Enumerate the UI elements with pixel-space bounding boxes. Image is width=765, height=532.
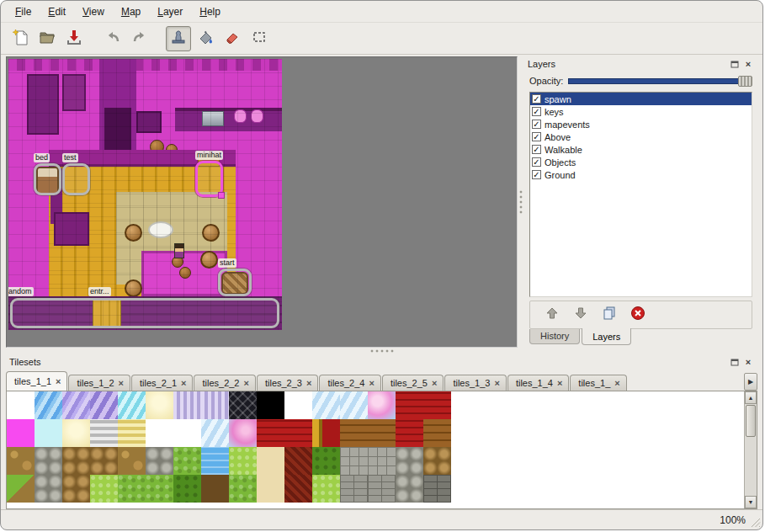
scrollbar-track[interactable] [745, 404, 757, 496]
tile-curtain[interactable] [423, 391, 451, 419]
horizontal-splitter[interactable] [1, 348, 762, 354]
fill-tool-button[interactable] [193, 26, 218, 51]
tile-blank[interactable] [284, 391, 312, 419]
stamp-tool-button[interactable] [166, 26, 191, 51]
close-tab-icon[interactable]: × [557, 379, 562, 387]
tile-grassl[interactable] [312, 475, 340, 503]
tile-sand[interactable] [257, 475, 284, 503]
tile-reddirt[interactable] [284, 475, 312, 503]
tile-stoneg[interactable] [35, 447, 62, 475]
tile-grass[interactable] [146, 475, 173, 503]
layer-row-Ground[interactable]: ✓Ground [530, 168, 752, 181]
menu-map[interactable]: Map [114, 3, 148, 20]
tileset-tab-tiles_2_1[interactable]: tiles_2_1× [131, 375, 193, 391]
map-object-test[interactable] [62, 163, 90, 195]
tile-magenta[interactable] [7, 419, 35, 447]
tile-grassl[interactable] [229, 447, 257, 475]
tile-water1[interactable] [35, 391, 62, 419]
tile-mud[interactable] [201, 475, 229, 503]
scroll-up-button[interactable]: ▲ [745, 391, 757, 404]
raise-layer-button[interactable] [542, 305, 562, 325]
tab-layers[interactable]: Layers [582, 328, 631, 345]
map-object-minihat[interactable] [195, 161, 223, 197]
tileset-tab-tiles_1_2[interactable]: tiles_1_2× [68, 375, 130, 391]
tile-ice[interactable] [201, 419, 229, 447]
tile-cyanflat[interactable] [35, 419, 62, 447]
layer-row-keys[interactable]: ✓keys [530, 105, 752, 118]
save-map-button[interactable] [61, 26, 87, 51]
close-tab-icon[interactable]: × [432, 379, 437, 387]
tile-cobble[interactable] [90, 447, 118, 475]
tile-sand[interactable] [257, 447, 284, 475]
redo-button[interactable] [127, 26, 152, 51]
tile-lav2[interactable] [90, 391, 118, 419]
tileset-tab-tiles_2_5[interactable]: tiles_2_5× [382, 375, 444, 391]
tile-curtain[interactable] [396, 419, 423, 447]
map-object-start[interactable] [218, 269, 252, 296]
opacity-slider[interactable] [568, 76, 752, 87]
tile-curtain[interactable] [257, 419, 284, 447]
layer-visibility-checkbox[interactable]: ✓ [532, 145, 541, 154]
tile-pave[interactable] [340, 447, 368, 475]
tileset-tab-tiles_1_[interactable]: tiles_1_× [570, 375, 626, 391]
layer-row-mapevents[interactable]: ✓mapevents [530, 118, 752, 130]
tile-grassmix[interactable] [7, 475, 35, 503]
tileset-tab-tiles_1_4[interactable]: tiles_1_4× [507, 375, 569, 391]
tile-black[interactable] [257, 391, 284, 419]
tile-hatch[interactable] [229, 391, 257, 419]
tile-goldtrim[interactable] [312, 419, 340, 447]
tile-blank[interactable] [7, 391, 35, 419]
menu-edit[interactable]: Edit [40, 3, 73, 20]
selection-handle[interactable] [218, 192, 225, 199]
layer-visibility-checkbox[interactable]: ✓ [532, 132, 541, 141]
tileset-scrollbar[interactable]: ▲ ▼ [744, 391, 757, 508]
tile-cobble[interactable] [62, 475, 90, 503]
tile-grassd[interactable] [312, 447, 340, 475]
lower-layer-button[interactable] [571, 305, 591, 325]
tab-scroll-right-button[interactable]: ▶ [744, 373, 757, 391]
tile-dirt[interactable] [118, 447, 146, 475]
undo-button[interactable] [100, 26, 125, 51]
tile-grass[interactable] [118, 475, 146, 503]
map-canvas[interactable]: bedtestminihatstartandomentr... [8, 59, 282, 330]
close-tab-icon[interactable]: × [56, 377, 61, 386]
menu-file[interactable]: File [8, 3, 39, 20]
menu-help[interactable]: Help [192, 3, 228, 20]
layer-visibility-checkbox[interactable]: ✓ [532, 120, 541, 129]
layer-visibility-checkbox[interactable]: ✓ [532, 107, 541, 116]
close-tab-icon[interactable]: × [119, 379, 124, 387]
eraser-tool-button[interactable] [220, 26, 245, 51]
tile-grassd[interactable] [173, 475, 201, 503]
tile-blank[interactable] [173, 419, 201, 447]
resize-grip[interactable] [750, 517, 761, 528]
close-tab-icon[interactable]: × [181, 379, 186, 387]
tile-grass[interactable] [229, 475, 257, 503]
map-view[interactable]: bedtestminihatstartandomentr... [6, 56, 518, 348]
tile-ice[interactable] [312, 391, 340, 419]
tile-cobble[interactable] [62, 447, 90, 475]
tile-graystripe[interactable] [90, 419, 118, 447]
tile-lav1[interactable] [62, 391, 90, 419]
tile-stoneg[interactable] [35, 475, 62, 503]
close-panel-button[interactable]: × [742, 357, 754, 368]
scroll-down-button[interactable]: ▼ [745, 496, 757, 508]
new-map-button[interactable] [8, 26, 33, 51]
tileset-tab-tiles_1_3[interactable]: tiles_1_3× [444, 375, 506, 391]
select-tool-button[interactable] [247, 26, 272, 51]
tile-woodh[interactable] [340, 419, 368, 447]
tileset-tab-tiles_1_1[interactable]: tiles_1_1× [6, 371, 67, 391]
menu-view[interactable]: View [75, 3, 112, 20]
tileset-tab-tiles_2_2[interactable]: tiles_2_2× [194, 375, 255, 391]
tile-curtain[interactable] [396, 391, 423, 419]
tile-woodh[interactable] [368, 419, 396, 447]
tile-brickg[interactable] [368, 475, 396, 503]
map-object[interactable] [10, 298, 279, 328]
close-panel-button[interactable]: × [742, 59, 754, 70]
layer-visibility-checkbox[interactable]: ✓ [532, 157, 541, 167]
tile-stoneg[interactable] [146, 447, 173, 475]
tile-woodh[interactable] [423, 419, 451, 447]
tile-ystripe[interactable] [118, 419, 146, 447]
layer-row-Walkable[interactable]: ✓Walkable [530, 143, 752, 156]
close-tab-icon[interactable]: × [244, 379, 249, 387]
layer-row-spawn[interactable]: ✓spawn [530, 93, 752, 105]
